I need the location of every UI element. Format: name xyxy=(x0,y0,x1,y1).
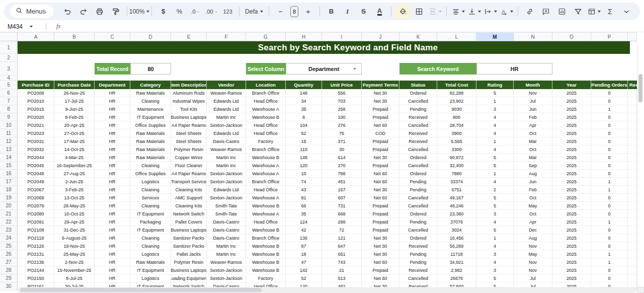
table-cell[interactable]: Prepaid xyxy=(362,266,399,274)
table-cell[interactable]: Nov xyxy=(514,89,552,97)
table-cell[interactable]: 34,921 xyxy=(437,258,476,266)
table-cell[interactable]: Sexton-Jackson xyxy=(207,194,246,202)
table-cell[interactable]: Oct xyxy=(514,145,552,154)
table-cell[interactable]: Warehouse B xyxy=(246,202,286,210)
table-cell[interactable]: 0 xyxy=(591,145,628,154)
select-column-label-cell[interactable]: Select Column xyxy=(246,63,286,75)
table-cell[interactable]: 5 xyxy=(476,89,514,97)
table-cell[interactable]: 29-Apr-25 xyxy=(54,218,95,226)
table-views-button[interactable] xyxy=(586,5,602,18)
table-cell[interactable]: 5 xyxy=(476,162,514,170)
table-cell[interactable]: 2025 xyxy=(552,129,591,137)
table-cell[interactable]: Net 30 xyxy=(362,250,399,258)
table-cell[interactable]: 100 xyxy=(322,113,362,121)
table-cell[interactable]: 2025 xyxy=(552,97,591,105)
column-header-partial[interactable] xyxy=(628,32,637,41)
row-header-23[interactable]: 23 xyxy=(0,226,18,234)
table-cell[interactable]: Davis-Castro xyxy=(207,226,246,234)
table-cell[interactable]: PO2048 xyxy=(18,170,54,178)
insert-link-button[interactable] xyxy=(522,5,537,18)
table-cell[interactable]: 33374 xyxy=(437,178,476,186)
table-cell[interactable]: PO2068 xyxy=(18,194,54,202)
table-header-cell[interactable]: Unit Price xyxy=(322,81,362,89)
table-cell[interactable]: Raw Materials xyxy=(130,145,171,154)
table-cell[interactable]: Martin Inc xyxy=(207,242,246,250)
table-cell[interactable]: 788 xyxy=(322,170,362,178)
table-cell[interactable]: Cleaning Kits xyxy=(171,202,207,210)
column-header-K[interactable]: K xyxy=(399,32,437,41)
table-cell[interactable]: PO2108 xyxy=(18,226,54,234)
table-cell[interactable]: Jun xyxy=(514,178,552,186)
table-cell[interactable]: 18 xyxy=(286,250,322,258)
table-cell[interactable]: 0 xyxy=(591,154,628,162)
table-cell[interactable]: Logistics xyxy=(130,250,171,258)
table-cell-overflow[interactable] xyxy=(628,170,637,178)
table-cell[interactable]: PO2079 xyxy=(18,202,54,210)
menus-button[interactable]: Menus xyxy=(10,5,54,18)
row-header-15[interactable]: 15 xyxy=(0,162,18,170)
table-cell[interactable]: 270 xyxy=(322,162,362,170)
table-cell-overflow[interactable] xyxy=(628,154,637,162)
table-cell[interactable]: 8 xyxy=(286,113,322,121)
insert-comment-button[interactable] xyxy=(538,5,553,18)
table-cell[interactable]: COD xyxy=(362,129,399,137)
table-cell[interactable]: Weaver-Ramos xyxy=(207,145,246,154)
table-cell[interactable]: AMC Support xyxy=(171,194,207,202)
table-cell[interactable]: 651 xyxy=(322,250,362,258)
table-cell[interactable]: Warehouse B xyxy=(246,242,286,250)
text-color-button[interactable]: A xyxy=(372,5,387,18)
table-cell[interactable]: Warehouse B xyxy=(246,258,286,266)
table-cell[interactable]: Weaver-Ramos xyxy=(207,89,246,97)
table-cell[interactable]: Cleaning xyxy=(130,162,171,170)
table-cell[interactable]: Pending xyxy=(399,258,437,266)
table-cell[interactable]: 0 xyxy=(591,170,628,178)
fill-color-button[interactable] xyxy=(395,5,411,18)
table-cell[interactable]: HR xyxy=(95,186,130,194)
column-header-G[interactable]: G xyxy=(246,32,286,41)
table-cell[interactable]: Steel Sheets xyxy=(171,129,207,137)
table-cell[interactable]: HR xyxy=(95,274,130,282)
table-cell[interactable]: 513 xyxy=(322,274,362,282)
table-cell[interactable]: Net 30 xyxy=(362,186,399,194)
table-cell[interactable]: Cleaning xyxy=(130,242,171,250)
table-cell[interactable]: Net 60 xyxy=(362,274,399,282)
select-column-dropdown[interactable]: Department xyxy=(286,63,362,75)
table-cell-overflow[interactable] xyxy=(628,89,637,97)
table-cell[interactable]: HR xyxy=(95,105,130,113)
table-cell[interactable]: 8-Feb-25 xyxy=(54,113,95,121)
table-cell[interactable]: 2,982 xyxy=(437,266,476,274)
search-keyword-label-cell[interactable]: Search Keyword xyxy=(399,63,476,75)
column-header-H[interactable]: H xyxy=(286,32,322,41)
table-cell[interactable]: PO2049 xyxy=(18,178,54,186)
table-cell[interactable]: Aug xyxy=(514,234,552,242)
table-cell[interactable]: Warehouse B xyxy=(246,266,286,274)
table-cell[interactable]: 148 xyxy=(286,154,322,162)
table-cell[interactable]: 2025 xyxy=(552,202,591,210)
table-cell[interactable]: 800 xyxy=(437,113,476,121)
table-cell[interactable]: Jul xyxy=(514,274,552,282)
format-currency-button[interactable]: $ xyxy=(155,5,171,18)
table-cell[interactable]: PO2067 xyxy=(18,186,54,194)
table-cell[interactable]: Services xyxy=(130,194,171,202)
table-cell[interactable]: Tool Kits xyxy=(171,105,207,113)
table-cell[interactable]: 6-August-25 xyxy=(54,234,95,242)
table-cell[interactable]: 4 xyxy=(476,218,514,226)
table-cell[interactable]: Warehouse A xyxy=(246,105,286,113)
table-cell[interactable]: 27-Aug-25 xyxy=(54,170,95,178)
table-cell[interactable]: 2025 xyxy=(552,105,591,113)
table-cell[interactable]: Received xyxy=(399,266,437,274)
table-cell[interactable]: Warehouse A xyxy=(246,210,286,218)
table-header-cell[interactable]: Status xyxy=(399,81,437,89)
table-cell[interactable]: Net 30 xyxy=(362,89,399,97)
table-cell[interactable]: 614 xyxy=(322,154,362,162)
table-cell[interactable]: 0 xyxy=(591,242,628,250)
row-header-14[interactable]: 14 xyxy=(0,154,18,162)
table-cell[interactable]: Loading Equipment xyxy=(171,274,207,282)
table-header-cell[interactable]: Total Cost xyxy=(437,81,476,89)
table-cell[interactable]: Factory xyxy=(246,137,286,145)
table-cell[interactable]: 0 xyxy=(591,113,628,121)
table-cell[interactable]: 4 xyxy=(476,121,514,129)
table-cell[interactable]: 23,380 xyxy=(437,210,476,218)
table-cell[interactable]: Davis-Castro xyxy=(207,218,246,226)
create-filter-button[interactable] xyxy=(570,5,586,18)
